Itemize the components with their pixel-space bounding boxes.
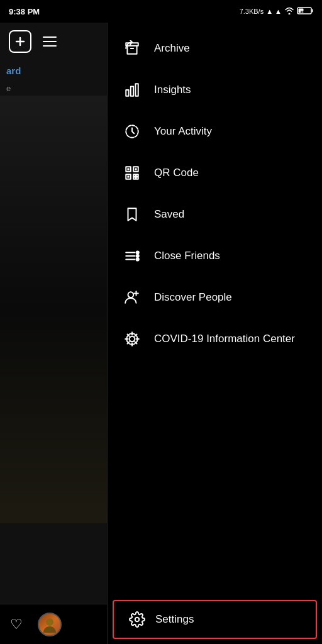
svg-rect-9 [135, 84, 138, 96]
top-bar [0, 23, 107, 60]
svg-rect-14 [135, 168, 136, 170]
archive-label: Archive [154, 42, 190, 55]
wifi-icon [284, 7, 294, 16]
menu-item-discover-people[interactable]: Discover People [108, 277, 322, 318]
qr-code-label: QR Code [154, 166, 199, 180]
settings-icon [129, 611, 145, 628]
menu-item-saved[interactable]: Saved [108, 194, 322, 235]
avatar[interactable] [38, 613, 62, 636]
menu-item-archive[interactable]: Archive [108, 28, 322, 69]
svg-rect-7 [126, 90, 128, 96]
status-bar: 9:38 PM 7.3KB/s ▲ ▲ 38 [0, 0, 322, 23]
hamburger-menu[interactable] [43, 36, 57, 47]
menu-item-your-activity[interactable]: Your Activity [108, 111, 322, 152]
svg-rect-19 [133, 177, 135, 179]
svg-rect-17 [133, 174, 135, 176]
archive-icon [123, 39, 142, 58]
network-speed: 7.3KB/s [240, 8, 264, 15]
partial-text-2: e [0, 81, 107, 96]
bottom-nav: ♡ [0, 604, 107, 644]
qr-code-icon [123, 164, 142, 182]
right-drawer: Archive Insights [107, 23, 322, 644]
close-friends-icon [123, 247, 142, 265]
svg-text:38: 38 [300, 10, 304, 14]
svg-point-26 [136, 258, 139, 260]
discover-people-icon [123, 288, 142, 307]
menu-item-covid[interactable]: COVID-19 Information Center [108, 318, 322, 360]
svg-rect-8 [131, 87, 133, 96]
insights-label: Insights [154, 83, 191, 97]
discover-people-label: Discover People [154, 291, 232, 304]
left-panel: ard e ♡ [0, 23, 107, 644]
svg-rect-12 [127, 168, 129, 170]
svg-point-27 [128, 292, 134, 297]
menu-item-qr-code[interactable]: QR Code [108, 152, 322, 194]
svg-point-6 [46, 618, 53, 626]
background-image [0, 96, 107, 523]
menu-item-close-friends[interactable]: Close Friends [108, 235, 322, 277]
svg-rect-18 [136, 174, 138, 176]
partial-text: ard [0, 60, 107, 81]
saved-icon [123, 205, 142, 224]
status-time: 9:38 PM [9, 7, 40, 16]
your-activity-icon [123, 122, 142, 141]
svg-rect-16 [127, 175, 129, 177]
saved-label: Saved [154, 208, 184, 221]
new-post-button[interactable] [9, 30, 31, 53]
status-icons: 7.3KB/s ▲ ▲ 38 [240, 6, 313, 16]
your-activity-label: Your Activity [154, 125, 212, 138]
svg-rect-20 [136, 177, 138, 179]
svg-rect-1 [312, 9, 313, 13]
battery-icon: 38 [297, 6, 313, 16]
menu-items: Archive Insights [108, 23, 322, 595]
settings-label: Settings [155, 613, 194, 626]
heart-icon[interactable]: ♡ [10, 616, 23, 633]
svg-point-40 [135, 618, 140, 622]
app-layout: ard e ♡ [0, 23, 322, 644]
covid-label: COVID-19 Information Center [154, 332, 295, 346]
covid-icon [123, 330, 142, 348]
svg-point-24 [136, 251, 139, 253]
insights-icon [123, 80, 142, 99]
settings-bar[interactable]: Settings [113, 600, 317, 639]
close-friends-label: Close Friends [154, 249, 220, 263]
menu-item-insights[interactable]: Insights [108, 69, 322, 111]
svg-point-25 [136, 255, 139, 257]
signal-icons: ▲ ▲ [266, 8, 282, 15]
svg-point-31 [130, 336, 135, 342]
